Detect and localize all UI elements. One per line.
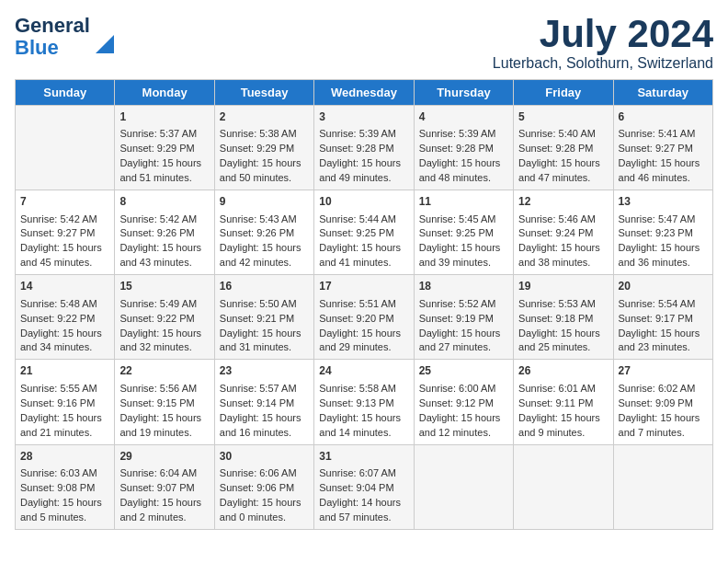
cell-text: and 57 minutes. <box>319 511 408 525</box>
calendar-cell: 4Sunrise: 5:39 AMSunset: 9:28 PMDaylight… <box>414 106 513 190</box>
cell-text: Sunrise: 6:03 AM <box>20 466 109 481</box>
cell-text: Sunrise: 5:39 AM <box>319 127 408 142</box>
day-number: 6 <box>619 109 708 125</box>
cell-text: Daylight: 15 hours <box>619 327 708 341</box>
cell-text: Daylight: 15 hours <box>619 411 708 426</box>
day-number: 24 <box>319 363 408 379</box>
calendar-week: 7Sunrise: 5:42 AMSunset: 9:27 PMDaylight… <box>16 190 713 275</box>
cell-text: Sunrise: 5:42 AM <box>119 213 209 227</box>
logo: GeneralBlue <box>15 15 118 59</box>
cell-text: Daylight: 14 hours <box>319 496 408 511</box>
title-section: July 2024 Luterbach, Solothurn, Switzerl… <box>493 15 713 72</box>
calendar-cell <box>613 444 712 529</box>
calendar-cell: 12Sunrise: 5:46 AMSunset: 9:24 PMDayligh… <box>514 190 613 275</box>
cell-text: Daylight: 15 hours <box>319 411 408 426</box>
cell-text: and 36 minutes. <box>619 256 708 270</box>
calendar-table: SundayMondayTuesdayWednesdayThursdayFrid… <box>15 79 713 530</box>
day-number: 14 <box>20 279 109 294</box>
calendar-cell: 19Sunrise: 5:53 AMSunset: 9:18 PMDayligh… <box>514 275 613 360</box>
calendar-cell: 27Sunrise: 6:02 AMSunset: 9:09 PMDayligh… <box>613 360 712 444</box>
cell-text: and 48 minutes. <box>419 171 508 186</box>
logo-blue: Blue <box>15 36 59 59</box>
cell-text: Daylight: 15 hours <box>518 156 608 171</box>
day-number: 8 <box>119 194 209 210</box>
calendar-cell <box>514 444 613 529</box>
calendar-cell: 31Sunrise: 6:07 AMSunset: 9:04 PMDayligh… <box>314 444 414 529</box>
cell-text: Daylight: 15 hours <box>119 156 209 171</box>
calendar-cell: 7Sunrise: 5:42 AMSunset: 9:27 PMDaylight… <box>16 190 115 275</box>
cell-text: Sunset: 9:25 PM <box>319 226 408 241</box>
calendar-cell: 17Sunrise: 5:51 AMSunset: 9:20 PMDayligh… <box>314 275 414 360</box>
calendar-week: 21Sunrise: 5:55 AMSunset: 9:16 PMDayligh… <box>16 360 713 444</box>
cell-text: Daylight: 15 hours <box>20 411 109 426</box>
cell-text: Daylight: 15 hours <box>419 241 508 256</box>
cell-text: and 2 minutes. <box>119 511 209 525</box>
cell-text: Sunset: 9:04 PM <box>319 481 408 496</box>
cell-text: Sunset: 9:25 PM <box>419 226 508 241</box>
cell-text: Sunset: 9:20 PM <box>319 312 408 327</box>
cell-text: Sunset: 9:28 PM <box>319 142 408 156</box>
cell-text: Sunset: 9:11 PM <box>518 396 608 411</box>
day-number: 7 <box>20 194 109 210</box>
calendar-header: SundayMondayTuesdayWednesdayThursdayFrid… <box>16 80 713 106</box>
calendar-cell: 16Sunrise: 5:50 AMSunset: 9:21 PMDayligh… <box>214 275 313 360</box>
header-day: Friday <box>514 80 613 106</box>
cell-text: Sunset: 9:28 PM <box>518 142 608 156</box>
cell-text: and 23 minutes. <box>619 340 708 355</box>
logo-icon <box>92 31 118 57</box>
cell-text: Sunset: 9:06 PM <box>220 481 309 496</box>
cell-text: Daylight: 15 hours <box>20 496 109 511</box>
month-title: July 2024 <box>493 15 713 53</box>
cell-text: Sunrise: 5:53 AM <box>518 297 608 312</box>
cell-text: Sunrise: 5:57 AM <box>220 382 309 396</box>
cell-text: Sunrise: 5:48 AM <box>20 297 109 312</box>
cell-text: Sunset: 9:08 PM <box>20 481 109 496</box>
cell-text: and 7 minutes. <box>619 426 708 441</box>
cell-text: and 19 minutes. <box>119 426 209 441</box>
cell-text: Sunrise: 5:37 AM <box>119 127 209 142</box>
cell-text: and 12 minutes. <box>419 426 508 441</box>
cell-text: Daylight: 15 hours <box>220 327 309 341</box>
calendar-week: 28Sunrise: 6:03 AMSunset: 9:08 PMDayligh… <box>16 444 713 529</box>
header-day: Tuesday <box>214 80 313 106</box>
day-number: 12 <box>518 194 608 210</box>
calendar-cell: 13Sunrise: 5:47 AMSunset: 9:23 PMDayligh… <box>613 190 712 275</box>
cell-text: Sunrise: 5:46 AM <box>518 213 608 227</box>
cell-text: Sunset: 9:22 PM <box>119 312 209 327</box>
cell-text: and 0 minutes. <box>220 511 309 525</box>
day-number: 30 <box>220 449 309 465</box>
cell-text: Sunset: 9:28 PM <box>419 142 508 156</box>
calendar-cell: 8Sunrise: 5:42 AMSunset: 9:26 PMDaylight… <box>115 190 214 275</box>
day-number: 21 <box>20 363 109 379</box>
cell-text: Sunrise: 6:06 AM <box>220 466 309 481</box>
calendar-cell: 14Sunrise: 5:48 AMSunset: 9:22 PMDayligh… <box>16 275 115 360</box>
calendar-cell: 21Sunrise: 5:55 AMSunset: 9:16 PMDayligh… <box>16 360 115 444</box>
cell-text: Sunrise: 5:55 AM <box>20 382 109 396</box>
day-number: 11 <box>419 194 508 210</box>
cell-text: Sunset: 9:18 PM <box>518 312 608 327</box>
logo-text: GeneralBlue <box>15 15 90 59</box>
cell-text: Sunset: 9:26 PM <box>119 226 209 241</box>
cell-text: and 16 minutes. <box>220 426 309 441</box>
cell-text: Daylight: 15 hours <box>119 411 209 426</box>
cell-text: and 32 minutes. <box>119 340 209 355</box>
cell-text: Sunset: 9:27 PM <box>619 142 708 156</box>
cell-text: and 38 minutes. <box>518 256 608 270</box>
cell-text: Sunset: 9:19 PM <box>419 312 508 327</box>
cell-text: Sunrise: 5:40 AM <box>518 127 608 142</box>
day-number: 15 <box>119 279 209 294</box>
cell-text: Daylight: 15 hours <box>119 241 209 256</box>
cell-text: Daylight: 15 hours <box>319 156 408 171</box>
calendar-cell: 15Sunrise: 5:49 AMSunset: 9:22 PMDayligh… <box>115 275 214 360</box>
day-number: 2 <box>220 109 309 125</box>
cell-text: Daylight: 15 hours <box>419 411 508 426</box>
cell-text: and 39 minutes. <box>419 256 508 270</box>
day-number: 3 <box>319 109 408 125</box>
cell-text: Sunrise: 5:58 AM <box>319 382 408 396</box>
cell-text: Daylight: 15 hours <box>119 327 209 341</box>
calendar-body: 1Sunrise: 5:37 AMSunset: 9:29 PMDaylight… <box>16 106 713 530</box>
cell-text: and 51 minutes. <box>119 171 209 186</box>
cell-text: and 47 minutes. <box>518 171 608 186</box>
cell-text: and 34 minutes. <box>20 340 109 355</box>
cell-text: Sunset: 9:15 PM <box>119 396 209 411</box>
